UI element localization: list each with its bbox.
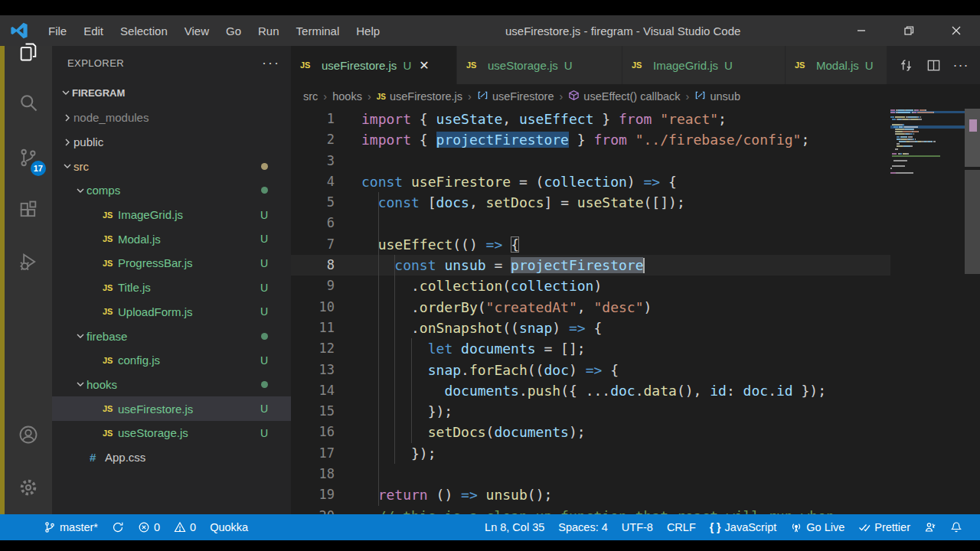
settings-icon[interactable]	[5, 468, 52, 507]
status-indentation[interactable]: Spaces: 4	[551, 514, 615, 540]
menu-view[interactable]: View	[176, 15, 217, 46]
line-number[interactable]: 7	[291, 234, 335, 255]
line-number[interactable]: 8	[291, 255, 335, 276]
code-line[interactable]: 2import { projectFirestore } from "../fi…	[291, 129, 980, 150]
run-debug-icon[interactable]	[5, 242, 52, 282]
tree-item-config-js[interactable]: JSconfig.jsU	[52, 348, 291, 373]
status-go-live[interactable]: Go Live	[783, 514, 851, 540]
breadcrumb-item-usefirestore[interactable]: useFirestore	[477, 90, 554, 103]
tree-item-firebase[interactable]: firebase	[52, 324, 291, 348]
tab-usefirestore-js[interactable]: JSuseFirestore.jsU✕	[291, 46, 457, 84]
breadcrumb-item-unsub[interactable]: unsub	[694, 90, 740, 103]
source-control-icon[interactable]: 17	[5, 138, 52, 178]
status-encoding[interactable]: UTF-8	[615, 514, 660, 540]
tree-item-comps[interactable]: comps	[52, 178, 291, 203]
tree-item-usefirestore-js[interactable]: JSuseFirestore.jsU	[52, 396, 291, 421]
js-file-icon: JS	[377, 93, 386, 101]
editor-scrollbar[interactable]	[965, 109, 980, 514]
menu-edit[interactable]: Edit	[75, 15, 112, 46]
extensions-icon[interactable]	[5, 190, 52, 230]
code-line[interactable]: 7 useEffect(() => {	[291, 234, 980, 255]
line-number[interactable]: 1	[291, 109, 335, 129]
line-number[interactable]: 11	[291, 318, 335, 338]
restore-button[interactable]	[885, 15, 933, 46]
tab-imagegrid-js[interactable]: JSImageGrid.jsU	[622, 46, 786, 84]
status-language-mode[interactable]: { }JavaScript	[703, 514, 784, 540]
code-line[interactable]: 1import { useState, useEffect } from "re…	[291, 109, 980, 129]
code-editor[interactable]: 1import { useState, useEffect } from "re…	[291, 109, 980, 514]
line-number[interactable]: 3	[291, 151, 335, 171]
menu-help[interactable]: Help	[348, 15, 388, 46]
code-line[interactable]: 19 return () => unsub();	[291, 484, 980, 505]
tab-modal-js[interactable]: JSModal.jsU	[786, 46, 888, 84]
menu-run[interactable]: Run	[250, 15, 288, 46]
status-errors[interactable]: 0	[131, 514, 167, 540]
minimap[interactable]	[890, 109, 965, 514]
status-sync[interactable]	[105, 514, 131, 540]
more-actions-icon[interactable]: ···	[949, 54, 972, 77]
breadcrumb-item-hooks[interactable]: hooks	[332, 90, 362, 103]
code-line[interactable]: 18	[291, 464, 980, 484]
status-warnings[interactable]: 0	[167, 514, 203, 540]
tree-item-usestorage-js[interactable]: JSuseStorage.jsU	[52, 421, 291, 445]
status-notifications[interactable]	[943, 514, 969, 540]
code-line[interactable]: 3	[291, 151, 980, 171]
tree-item-progressbar-js[interactable]: JSProgressBar.jsU	[52, 251, 291, 276]
line-number[interactable]: 10	[291, 297, 335, 318]
status-cursor-position[interactable]: Ln 8, Col 35	[478, 514, 551, 540]
search-icon[interactable]	[5, 83, 52, 122]
tree-item-imagegrid-js[interactable]: JSImageGrid.jsU	[52, 203, 291, 227]
tree-item-public[interactable]: public	[52, 130, 291, 155]
status-feedback[interactable]	[917, 514, 943, 540]
tree-item-title-js[interactable]: JSTitle.jsU	[52, 276, 291, 300]
status-quokka[interactable]: Quokka	[203, 514, 255, 540]
menu-selection[interactable]: Selection	[112, 15, 176, 46]
tree-item-src[interactable]: src	[52, 154, 291, 178]
scrollbar-thumb-lower[interactable]	[965, 170, 980, 274]
tab-usestorage-js[interactable]: JSuseStorage.jsU	[457, 46, 622, 84]
code-line[interactable]: 5 const [docs, setDocs] = useState([]);	[291, 192, 980, 213]
line-number[interactable]: 13	[291, 360, 335, 380]
code-line[interactable]: 20 // this is a clean up function that r…	[291, 506, 980, 514]
chevron-right-icon	[61, 112, 74, 124]
tree-root-firegram[interactable]: FIREGRAM	[52, 80, 291, 106]
line-number[interactable]: 2	[291, 129, 335, 150]
breadcrumb-item-usefirestore-js[interactable]: JSuseFirestore.js	[377, 90, 462, 103]
menu-go[interactable]: Go	[217, 15, 250, 46]
code-line[interactable]: 6	[291, 213, 980, 233]
explorer-icon[interactable]	[5, 32, 52, 72]
line-number[interactable]: 12	[291, 338, 335, 359]
line-number[interactable]: 17	[291, 443, 335, 464]
minimize-button[interactable]	[838, 15, 885, 46]
split-editor-icon[interactable]	[922, 54, 945, 77]
tree-item-node-modules[interactable]: node_modules	[52, 106, 291, 130]
status-git-branch[interactable]: master*	[37, 514, 105, 540]
line-number[interactable]: 6	[291, 213, 335, 233]
line-number[interactable]: 9	[291, 276, 335, 296]
tree-item-app-css[interactable]: #App.css	[52, 445, 291, 470]
git-status-badge: U	[260, 427, 268, 439]
line-number[interactable]: 20	[291, 506, 335, 514]
breadcrumb-item-useeffect-callback[interactable]: useEffect() callback	[568, 90, 680, 103]
scrollbar-thumb[interactable]	[965, 109, 980, 167]
status-prettier[interactable]: Prettier	[851, 514, 917, 540]
line-number[interactable]: 14	[291, 380, 335, 401]
line-number[interactable]: 18	[291, 464, 335, 484]
line-number[interactable]: 16	[291, 422, 335, 442]
status-eol[interactable]: CRLF	[660, 514, 703, 540]
open-changes-icon[interactable]	[894, 54, 917, 77]
menu-terminal[interactable]: Terminal	[288, 15, 348, 46]
tree-item-hooks[interactable]: hooks	[52, 373, 291, 397]
close-icon[interactable]: ✕	[419, 58, 429, 73]
close-button[interactable]	[933, 15, 980, 46]
breadcrumb-item-src[interactable]: src	[303, 90, 318, 103]
tree-item-modal-js[interactable]: JSModal.jsU	[52, 227, 291, 251]
line-number[interactable]: 5	[291, 192, 335, 213]
line-number[interactable]: 19	[291, 484, 335, 505]
accounts-icon[interactable]	[5, 415, 52, 455]
sidebar-more-actions-icon[interactable]: ···	[262, 59, 280, 67]
line-number[interactable]: 4	[291, 171, 335, 192]
code-line[interactable]: 4const useFirestore = (collection) => {	[291, 171, 980, 192]
tree-item-uploadform-js[interactable]: JSUploadForm.jsU	[52, 300, 291, 324]
line-number[interactable]: 15	[291, 401, 335, 422]
